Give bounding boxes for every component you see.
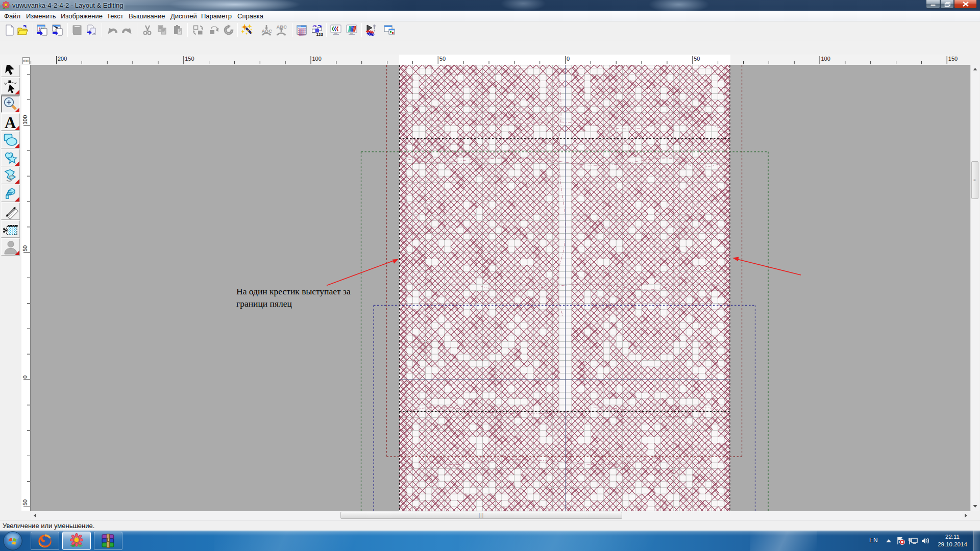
svg-text:123: 123 — [316, 32, 324, 36]
